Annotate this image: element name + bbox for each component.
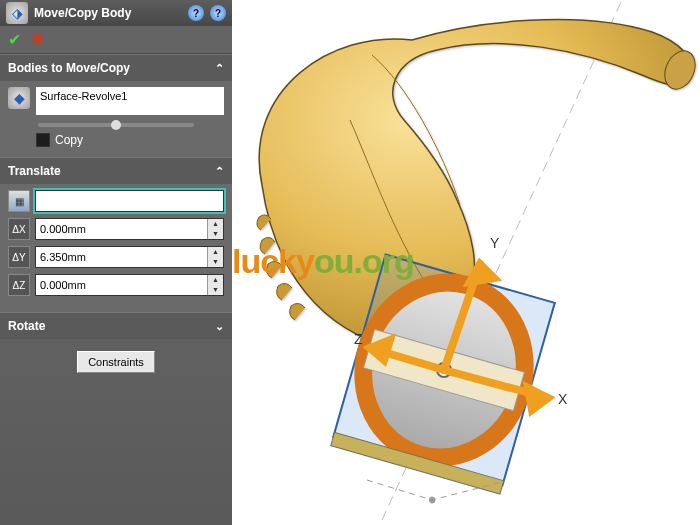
translate-mode-icon[interactable]: ▦ bbox=[8, 190, 30, 212]
delta-y-input[interactable] bbox=[36, 247, 207, 267]
scrollbar-thumb[interactable] bbox=[111, 120, 121, 130]
chevron-down-icon: ⌄ bbox=[215, 320, 224, 333]
constraints-button[interactable]: Constraints bbox=[77, 351, 155, 373]
bodies-list-item[interactable]: Surface-Revolve1 bbox=[40, 90, 127, 102]
help-icon-2[interactable]: ? bbox=[210, 5, 226, 21]
delta-z-input[interactable] bbox=[36, 275, 207, 295]
axis-x-label: X bbox=[558, 391, 568, 407]
panel-title-bar: ⬗ Move/Copy Body ? ? bbox=[0, 0, 232, 26]
copy-label: Copy bbox=[55, 133, 83, 147]
delta-x-spinner: ▲ ▼ bbox=[207, 219, 223, 239]
panel-title: Move/Copy Body bbox=[34, 6, 182, 20]
delta-y-field[interactable]: ▲ ▼ bbox=[35, 246, 224, 268]
axis-y-label: Y bbox=[490, 235, 500, 251]
chevron-up-icon: ⌃ bbox=[215, 62, 224, 75]
body-list-icon: ◆ bbox=[8, 87, 30, 109]
bodies-list-scrollbar[interactable] bbox=[38, 123, 194, 127]
spin-down-button[interactable]: ▼ bbox=[208, 285, 223, 295]
delta-x-input[interactable] bbox=[36, 219, 207, 239]
copy-checkbox[interactable] bbox=[36, 133, 50, 147]
rotate-section-title: Rotate bbox=[8, 319, 45, 333]
help-icon[interactable]: ? bbox=[188, 5, 204, 21]
graphics-viewport[interactable]: Y X Z bbox=[232, 0, 700, 525]
bodies-section-title: Bodies to Move/Copy bbox=[8, 61, 130, 75]
rotate-section-header[interactable]: Rotate ⌄ bbox=[0, 312, 232, 339]
bodies-list[interactable]: Surface-Revolve1 bbox=[36, 87, 224, 115]
translate-section-body: ▦ ΔX ▲ ▼ ΔY ▲ ▼ bbox=[0, 184, 232, 312]
spin-down-button[interactable]: ▼ bbox=[208, 257, 223, 267]
translate-target-input[interactable] bbox=[36, 191, 223, 211]
svg-point-0 bbox=[429, 497, 435, 503]
translate-section-header[interactable]: Translate ⌃ bbox=[0, 157, 232, 184]
spin-up-button[interactable]: ▲ bbox=[208, 219, 223, 229]
property-manager-panel: ⬗ Move/Copy Body ? ? ✔ ✖ Bodies to Move/… bbox=[0, 0, 232, 525]
triad-x-arrow-icon bbox=[528, 388, 548, 410]
translate-section-title: Translate bbox=[8, 164, 61, 178]
axis-z-label: Z bbox=[354, 331, 363, 347]
spin-up-button[interactable]: ▲ bbox=[208, 275, 223, 285]
ok-button[interactable]: ✔ bbox=[8, 30, 21, 49]
viewport-svg: Y X Z bbox=[232, 0, 700, 525]
delta-z-spinner: ▲ ▼ bbox=[207, 275, 223, 295]
delta-y-spinner: ▲ ▼ bbox=[207, 247, 223, 267]
bodies-section-body: ◆ Surface-Revolve1 Copy bbox=[0, 81, 232, 157]
spin-up-button[interactable]: ▲ bbox=[208, 247, 223, 257]
delta-y-icon: ΔY bbox=[8, 246, 30, 268]
translate-target-field[interactable] bbox=[35, 190, 224, 212]
delta-z-field[interactable]: ▲ ▼ bbox=[35, 274, 224, 296]
bodies-section-header[interactable]: Bodies to Move/Copy ⌃ bbox=[0, 54, 232, 81]
cancel-button[interactable]: ✖ bbox=[31, 30, 44, 49]
confirm-row: ✔ ✖ bbox=[0, 26, 232, 54]
spin-down-button[interactable]: ▼ bbox=[208, 229, 223, 239]
delta-x-icon: ΔX bbox=[8, 218, 30, 240]
delta-x-field[interactable]: ▲ ▼ bbox=[35, 218, 224, 240]
chevron-up-icon: ⌃ bbox=[215, 165, 224, 178]
delta-z-icon: ΔZ bbox=[8, 274, 30, 296]
rotate-section-body: Constraints bbox=[0, 339, 232, 385]
feature-icon: ⬗ bbox=[6, 2, 28, 24]
